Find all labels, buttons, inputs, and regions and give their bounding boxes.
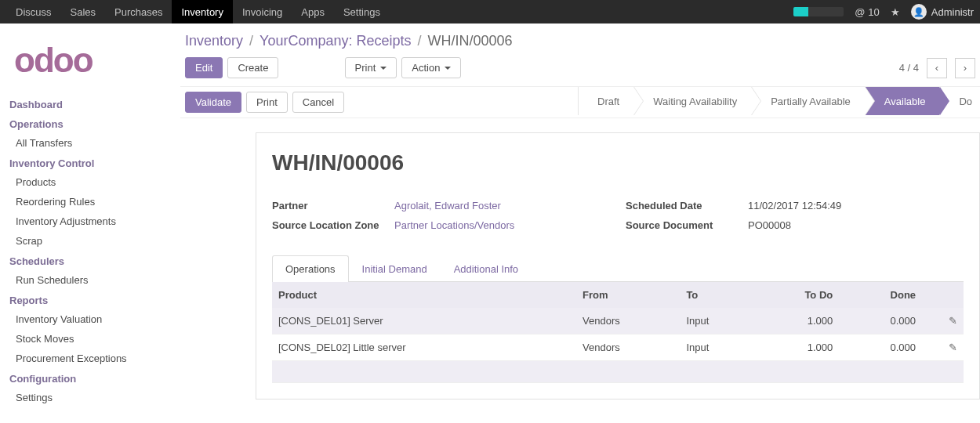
username: Administr bbox=[931, 6, 974, 18]
table-row[interactable]: [CONS_DEL02] Little server Vendors Input… bbox=[272, 334, 964, 361]
topnav-purchases[interactable]: Purchases bbox=[105, 0, 172, 24]
sidebar-item-scrap[interactable]: Scrap bbox=[5, 231, 168, 251]
tab-additional-info[interactable]: Additional Info bbox=[441, 255, 532, 282]
topnav-inventory[interactable]: Inventory bbox=[172, 0, 232, 24]
sidebar-item-stock-moves[interactable]: Stock Moves bbox=[5, 329, 168, 349]
cell-todo: 1.000 bbox=[756, 308, 839, 334]
star-icon[interactable]: ★ bbox=[891, 6, 900, 18]
sidebar-item-inventory-valuation[interactable]: Inventory Valuation bbox=[5, 309, 168, 329]
cell-todo: 1.000 bbox=[756, 334, 839, 361]
breadcrumb-current: WH/IN/00006 bbox=[428, 33, 513, 49]
table-footer-row bbox=[272, 361, 964, 383]
col-todo[interactable]: To Do bbox=[756, 282, 839, 308]
col-done[interactable]: Done bbox=[839, 282, 922, 308]
user-menu[interactable]: 👤 Administr bbox=[911, 4, 974, 20]
sidebar-item-reordering-rules[interactable]: Reordering Rules bbox=[5, 192, 168, 212]
sidebar-section-operations[interactable]: Operations bbox=[5, 114, 168, 133]
main: Inventory / YourCompany: Receipts / WH/I… bbox=[176, 24, 980, 417]
breadcrumb-sep: / bbox=[249, 33, 253, 49]
status-print-button[interactable]: Print bbox=[246, 92, 288, 113]
sidebar-item-procurement-exceptions[interactable]: Procurement Exceptions bbox=[5, 349, 168, 368]
record-sheet: WH/IN/00006 Partner Agrolait, Edward Fos… bbox=[256, 132, 980, 400]
source-location-value[interactable]: Partner Locations/Vendors bbox=[394, 219, 514, 231]
sidebar-item-all-transfers[interactable]: All Transfers bbox=[5, 133, 168, 153]
pager-prev[interactable]: ‹ bbox=[927, 58, 947, 78]
topnav-discuss[interactable]: Discuss bbox=[6, 0, 61, 24]
workflow: Draft Waiting Availability Partially Ava… bbox=[578, 87, 980, 118]
tabs: Operations Initial Demand Additional Inf… bbox=[272, 255, 964, 282]
workflow-available[interactable]: Available bbox=[865, 87, 940, 115]
workflow-waiting[interactable]: Waiting Availability bbox=[633, 87, 751, 115]
sidebar-section-schedulers[interactable]: Schedulers bbox=[5, 251, 168, 270]
cell-to: Input bbox=[680, 308, 756, 334]
record-title: WH/IN/00006 bbox=[272, 150, 964, 175]
sidebar-section-reports[interactable]: Reports bbox=[5, 290, 168, 309]
topnav-sales[interactable]: Sales bbox=[61, 0, 106, 24]
create-button[interactable]: Create bbox=[227, 57, 278, 78]
partner-label: Partner bbox=[272, 200, 394, 212]
messages-indicator[interactable]: @ 10 bbox=[855, 6, 880, 18]
print-dropdown[interactable]: Print bbox=[345, 57, 397, 78]
operations-table: Product From To To Do Done [CONS_DEL01] … bbox=[272, 282, 964, 383]
logo: odoo bbox=[5, 33, 168, 94]
pencil-icon[interactable]: ✎ bbox=[949, 342, 957, 353]
sidebar: odoo Dashboard Operations All Transfers … bbox=[0, 24, 176, 417]
cancel-button[interactable]: Cancel bbox=[292, 92, 344, 113]
topbar-nav: Discuss Sales Purchases Inventory Invoic… bbox=[6, 0, 390, 24]
breadcrumb-sep: / bbox=[418, 33, 422, 49]
sidebar-item-settings[interactable]: Settings bbox=[5, 388, 168, 407]
edit-button[interactable]: Edit bbox=[185, 57, 223, 78]
validate-button[interactable]: Validate bbox=[185, 92, 241, 113]
topnav-invoicing[interactable]: Invoicing bbox=[233, 0, 292, 24]
breadcrumb: Inventory / YourCompany: Receipts / WH/I… bbox=[180, 30, 980, 57]
pencil-icon[interactable]: ✎ bbox=[949, 315, 957, 327]
sidebar-item-inventory-adjustments[interactable]: Inventory Adjustments bbox=[5, 212, 168, 231]
col-from[interactable]: From bbox=[576, 282, 680, 308]
sidebar-item-run-schedulers[interactable]: Run Schedulers bbox=[5, 270, 168, 290]
action-dropdown[interactable]: Action bbox=[401, 57, 461, 78]
breadcrumb-inventory[interactable]: Inventory bbox=[185, 33, 243, 49]
cell-to: Input bbox=[680, 334, 756, 361]
col-product[interactable]: Product bbox=[272, 282, 576, 308]
cell-product: [CONS_DEL01] Server bbox=[272, 308, 576, 334]
cell-from: Vendors bbox=[576, 334, 680, 361]
messages-count: 10 bbox=[868, 6, 879, 18]
scheduled-date-label: Scheduled Date bbox=[626, 200, 748, 212]
tab-initial-demand[interactable]: Initial Demand bbox=[349, 255, 441, 282]
col-to[interactable]: To bbox=[680, 282, 756, 308]
at-icon: @ bbox=[855, 6, 865, 18]
sidebar-section-inventory-control[interactable]: Inventory Control bbox=[5, 153, 168, 172]
sidebar-section-configuration[interactable]: Configuration bbox=[5, 368, 168, 388]
cell-done: 0.000 bbox=[839, 334, 922, 361]
progress-bar[interactable] bbox=[793, 7, 844, 16]
pager-next[interactable]: › bbox=[955, 58, 975, 78]
source-document-value: PO00008 bbox=[748, 219, 791, 231]
topnav-settings[interactable]: Settings bbox=[334, 0, 390, 24]
sidebar-section-dashboard[interactable]: Dashboard bbox=[5, 94, 168, 114]
workflow-draft[interactable]: Draft bbox=[578, 87, 633, 115]
avatar: 👤 bbox=[911, 4, 927, 20]
cell-product: [CONS_DEL02] Little server bbox=[272, 334, 576, 361]
partner-value[interactable]: Agrolait, Edward Foster bbox=[394, 200, 501, 212]
scheduled-date-value: 11/02/2017 12:54:49 bbox=[748, 200, 841, 212]
topbar: Discuss Sales Purchases Inventory Invoic… bbox=[0, 0, 980, 24]
topnav-apps[interactable]: Apps bbox=[292, 0, 334, 24]
cell-from: Vendors bbox=[576, 308, 680, 334]
source-location-label: Source Location Zone bbox=[272, 219, 394, 231]
table-row[interactable]: [CONS_DEL01] Server Vendors Input 1.000 … bbox=[272, 308, 964, 334]
source-document-label: Source Document bbox=[626, 219, 748, 231]
breadcrumb-receipts[interactable]: YourCompany: Receipts bbox=[260, 33, 411, 49]
workflow-partial[interactable]: Partially Available bbox=[751, 87, 865, 115]
pager-count: 4 / 4 bbox=[899, 62, 919, 74]
cell-done: 0.000 bbox=[839, 308, 922, 334]
sidebar-item-products[interactable]: Products bbox=[5, 172, 168, 192]
tab-operations[interactable]: Operations bbox=[272, 255, 349, 282]
